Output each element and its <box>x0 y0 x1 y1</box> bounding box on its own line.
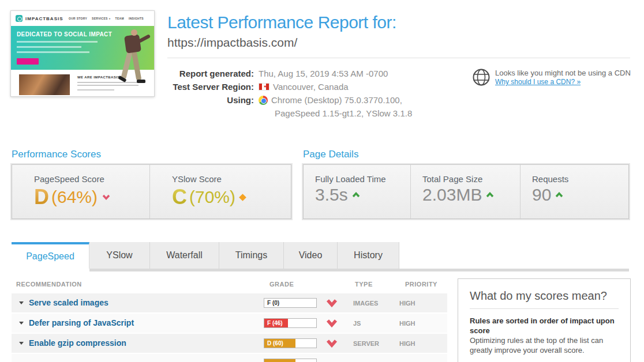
using-label: Using: <box>167 95 254 105</box>
expand-chevron-icon[interactable] <box>326 299 338 310</box>
score-down-chevron-icon <box>102 192 110 202</box>
tab-pagespeed[interactable]: PageSpeed <box>12 242 89 269</box>
region-text: Vancouver, Canada <box>273 81 349 92</box>
type-cell: JS <box>353 320 361 327</box>
using-text-line2: PageSpeed 1.15-gt1.2, YSlow 3.1.8 <box>275 108 433 119</box>
canada-flag-icon: ✶ <box>259 83 269 90</box>
up-chevron-icon <box>555 192 563 198</box>
requests-block: Requests 90 <box>520 165 628 218</box>
using-text-line1: Chrome (Desktop) 75.0.3770.100, <box>271 95 402 105</box>
tab-history[interactable]: History <box>338 242 399 269</box>
fully-loaded-time-value: 3.5s <box>315 185 348 205</box>
thumbnail-person <box>137 80 145 83</box>
thumbnail-brand: IMPACTBASIS <box>25 16 63 21</box>
table-row[interactable]: Serve scaled images F (0) IMAGES HIGH <box>12 293 447 312</box>
grade-bar <box>264 359 317 362</box>
table-row[interactable] <box>12 354 447 362</box>
requests-label: Requests <box>532 174 628 184</box>
report-generated-value: Thu, Aug 15, 2019 4:53 AM -0700 <box>259 68 388 79</box>
recommendations-table-header: RECOMMENDATION GRADE TYPE PRIORITY <box>12 281 447 290</box>
priority-cell: HIGH <box>399 320 415 327</box>
thumbnail-hero-textline <box>17 51 89 53</box>
tab-timings[interactable]: Timings <box>219 242 284 269</box>
total-page-size-block: Total Page Size 2.03MB <box>410 165 520 218</box>
thumbnail-photo <box>19 74 70 95</box>
thumbnail-header: IMPACTBASIS OUR STORYSERVICES +TEAMINSIG… <box>11 11 154 26</box>
thumbnail-nav-item: TEAM <box>115 17 124 20</box>
pagespeed-score-block: PageSpeed Score D (64%) <box>12 165 149 218</box>
recommendation-link[interactable]: Enable gzip compression <box>29 338 126 348</box>
thumbnail-nav-item: INSIGHTS <box>129 17 144 20</box>
report-url: https://impactbasis.com/ <box>167 36 297 50</box>
expand-triangle-icon[interactable] <box>19 301 24 304</box>
thumbnail-textline <box>77 82 145 83</box>
report-tabs: PageSpeed YSlow Waterfall Timings Video … <box>12 242 399 269</box>
grade-bar: F (46) <box>264 318 317 328</box>
tab-underbar <box>89 269 629 272</box>
thumbnail-hero-title: DEDICATED TO SOCIAL IMPACT <box>17 31 112 37</box>
globe-icon <box>472 68 491 86</box>
grade-bar-label: F (0) <box>267 300 279 307</box>
recommendations-rows: Serve scaled images F (0) IMAGES HIGH De… <box>12 293 447 362</box>
page-details-card: Fully Loaded Time 3.5s Total Page Size 2… <box>303 164 629 219</box>
chrome-browser-icon <box>259 96 268 105</box>
grade-bar: F (0) <box>264 298 317 308</box>
grade-bar-fill <box>264 359 295 362</box>
col-grade: GRADE <box>269 281 294 288</box>
explainer-body-text: Optimizing rules at the top of the list … <box>470 335 619 355</box>
yslow-score-block: YSlow Score C (70%) <box>149 165 245 218</box>
gtmetrix-report-page: DEDICATED TO SOCIAL IMPACT WE ARE IMPACT… <box>0 0 644 362</box>
tab-yslow[interactable]: YSlow <box>89 242 150 269</box>
page-details-heading: Page Details <box>303 149 358 160</box>
table-row[interactable]: Defer parsing of JavaScript F (46) JS HI… <box>12 314 447 333</box>
tab-waterfall[interactable]: Waterfall <box>150 242 219 269</box>
pagespeed-grade-letter: D <box>34 185 49 209</box>
scores-explainer-panel: What do my scores mean? Rules are sorted… <box>458 278 631 362</box>
tab-video[interactable]: Video <box>284 242 338 269</box>
score-diamond-icon <box>239 194 246 201</box>
thumbnail-textline <box>77 85 138 86</box>
grade-bar-label: D (60) <box>267 340 283 347</box>
thumbnail-nav-item: OUR STORY <box>69 17 87 20</box>
up-chevron-icon <box>486 192 494 198</box>
col-type: TYPE <box>355 281 373 288</box>
fully-loaded-time-block: Fully Loaded Time 3.5s <box>304 165 410 218</box>
requests-value: 90 <box>532 185 551 205</box>
thumbnail-nav-item: SERVICES + <box>92 17 111 20</box>
page-title: Latest Performance Report for: <box>167 13 396 32</box>
thumbnail-textline <box>77 89 114 90</box>
table-row[interactable]: Enable gzip compression D (60) SERVER HI… <box>12 334 447 353</box>
report-meta: Report generated: Thu, Aug 15, 2019 4:53… <box>167 68 433 119</box>
pagespeed-grade-percent: (64%) <box>51 187 98 207</box>
thumbnail-lower-section: WE ARE IMPACTBASIS <box>11 70 154 97</box>
impactbasis-logo-icon <box>16 15 23 22</box>
expand-triangle-icon[interactable] <box>19 322 24 325</box>
cdn-notice: Looks like you might not be using a CDN … <box>472 68 631 86</box>
expand-chevron-icon[interactable] <box>326 339 338 350</box>
title-divider <box>167 58 630 58</box>
cdn-notice-text: Looks like you might not be using a CDN <box>495 68 631 78</box>
test-server-region-label: Test Server Region: <box>167 81 254 92</box>
thumbnail-section-title: WE ARE IMPACTBASIS <box>77 76 120 79</box>
using-value: Chrome (Desktop) 75.0.3770.100, <box>259 95 402 105</box>
report-generated-label: Report generated: <box>167 68 254 79</box>
recommendation-link[interactable]: Serve scaled images <box>29 298 108 307</box>
explainer-bold-text: Rules are sorted in order of impact upon… <box>470 316 619 335</box>
grade-bar-label: F (46) <box>267 320 283 327</box>
recommendation-link[interactable]: Defer parsing of JavaScript <box>29 318 134 327</box>
cdn-why-link[interactable]: Why should I use a CDN? » <box>495 78 631 86</box>
performance-scores-heading: Performance Scores <box>12 149 101 160</box>
thumbnail-person <box>131 29 137 36</box>
yslow-grade-letter: C <box>172 185 187 209</box>
priority-cell: HIGH <box>399 300 415 307</box>
total-page-size-value: 2.03MB <box>422 185 482 205</box>
expand-chevron-icon[interactable] <box>326 319 338 330</box>
explainer-heading: What do my scores mean? <box>470 289 619 303</box>
site-thumbnail[interactable]: DEDICATED TO SOCIAL IMPACT WE ARE IMPACT… <box>10 10 155 97</box>
expand-triangle-icon[interactable] <box>19 342 24 345</box>
explainer-divider <box>470 308 619 309</box>
fully-loaded-time-label: Fully Loaded Time <box>315 174 410 184</box>
priority-cell: HIGH <box>399 340 415 347</box>
yslow-score-label: YSlow Score <box>172 174 245 184</box>
performance-scores-card: PageSpeed Score D (64%) YSlow Score C (7… <box>12 164 291 219</box>
